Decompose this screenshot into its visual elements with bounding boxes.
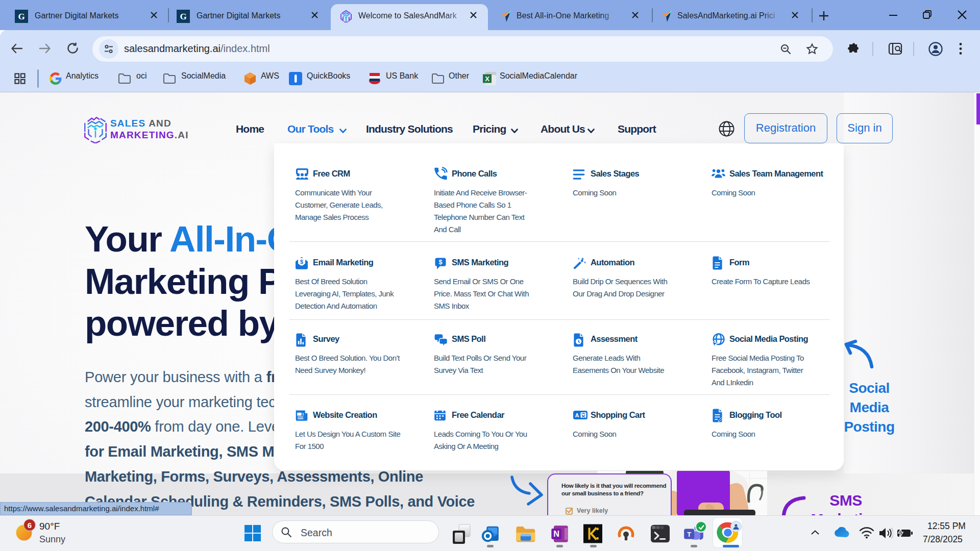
svg-text:X: X — [485, 75, 489, 83]
svg-text:N: N — [553, 529, 559, 538]
svg-text:G: G — [18, 12, 24, 21]
svg-text:A: A — [575, 412, 579, 418]
svg-text:G: G — [180, 12, 186, 21]
svg-text:$: $ — [438, 258, 442, 266]
svg-text:T: T — [687, 531, 691, 538]
svg-text:$: $ — [300, 259, 303, 265]
